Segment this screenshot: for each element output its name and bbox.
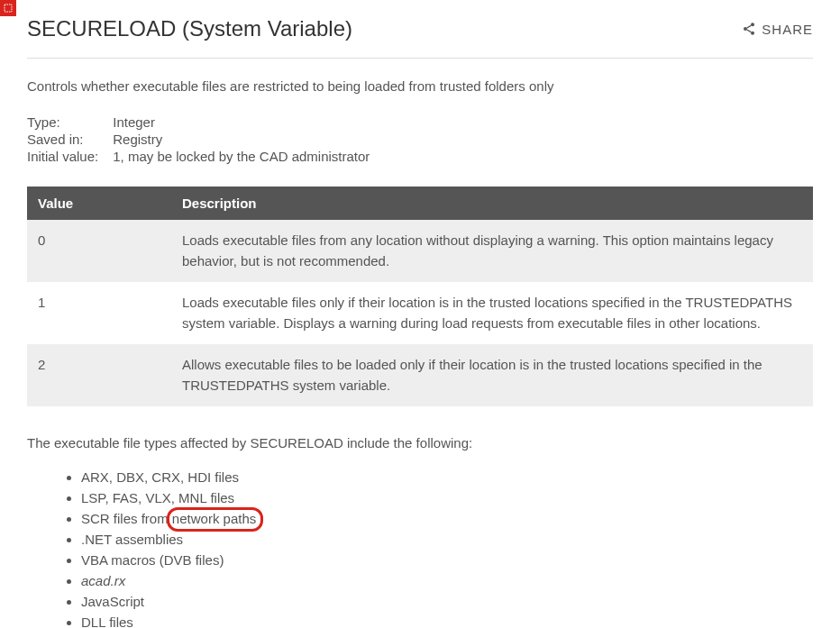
- meta-row: Saved in: Registry: [27, 131, 375, 148]
- meta-row: Type: Integer: [27, 114, 375, 131]
- list-item: .NET assemblies: [81, 529, 813, 550]
- meta-value: 1, may be locked by the CAD administrato…: [113, 148, 375, 165]
- table-row: 1 Loads executable files only if their l…: [27, 282, 813, 344]
- meta-label: Type:: [27, 114, 113, 131]
- th-description: Description: [171, 187, 813, 220]
- meta-row: Initial value: 1, may be locked by the C…: [27, 148, 375, 165]
- circled-text-wrapper: network paths: [172, 511, 256, 526]
- list-intro: The executable file types affected by SE…: [27, 435, 813, 451]
- list-item: VBA macros (DVB files): [81, 550, 813, 570]
- svg-rect-0: [5, 5, 12, 12]
- list-item: DLL files: [81, 612, 813, 628]
- meta-value: Registry: [113, 131, 375, 148]
- meta-value: Integer: [113, 114, 375, 131]
- list-item: ARX, DBX, CRX, HDI files: [81, 467, 813, 487]
- cell-description: Loads executable files only if their loc…: [171, 282, 813, 344]
- svg-point-1: [751, 23, 754, 26]
- badge-icon: [3, 3, 14, 14]
- meta-label: Saved in:: [27, 131, 113, 148]
- meta-label: Initial value:: [27, 148, 113, 165]
- table-row: 2 Allows executable files to be loaded o…: [27, 344, 813, 406]
- cell-value: 0: [27, 220, 171, 282]
- svg-point-2: [744, 27, 747, 31]
- content-container: SECURELOAD (System Variable) SHARE Contr…: [0, 0, 840, 628]
- intro-text: Controls whether executable files are re…: [27, 78, 813, 94]
- th-value: Value: [27, 187, 171, 220]
- list-item-prefix: SCR files from: [81, 511, 172, 526]
- svg-point-3: [751, 32, 754, 35]
- cell-value: 1: [27, 282, 171, 344]
- share-button[interactable]: SHARE: [742, 22, 813, 37]
- meta-table: Type: Integer Saved in: Registry Initial…: [27, 114, 375, 165]
- value-table: Value Description 0 Loads executable fil…: [27, 187, 813, 406]
- share-label: SHARE: [762, 22, 813, 37]
- list-item: JavaScript: [81, 591, 813, 612]
- app-badge: [0, 0, 16, 16]
- list-item: LSP, FAS, VLX, MNL files: [81, 487, 813, 508]
- cell-description: Allows executable files to be loaded onl…: [171, 344, 813, 406]
- file-types-list: ARX, DBX, CRX, HDI files LSP, FAS, VLX, …: [27, 467, 813, 628]
- circled-text: network paths: [172, 511, 256, 526]
- share-icon: [742, 22, 756, 36]
- cell-value: 2: [27, 344, 171, 406]
- list-item: acad.rx: [81, 570, 813, 591]
- header-row: SECURELOAD (System Variable) SHARE: [27, 0, 813, 59]
- table-row: 0 Loads executable files from any locati…: [27, 220, 813, 282]
- table-header: Value Description: [27, 187, 813, 220]
- list-item: SCR files from network paths: [81, 508, 813, 529]
- cell-description: Loads executable files from any location…: [171, 220, 813, 282]
- page-title: SECURELOAD (System Variable): [27, 16, 352, 41]
